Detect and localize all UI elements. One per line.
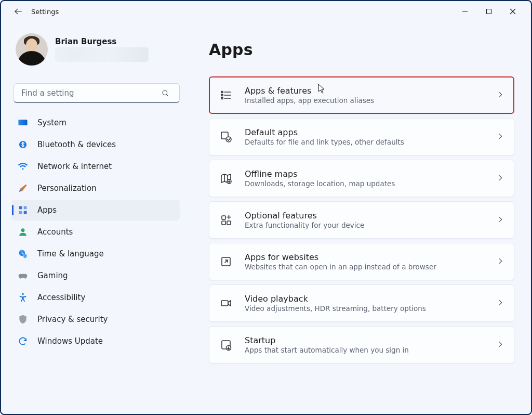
card-apps-features[interactable]: Apps & features Installed apps, app exec… — [209, 76, 514, 114]
sidebar-item-accounts[interactable]: Accounts — [11, 222, 180, 242]
sidebar-item-windows-update[interactable]: Windows Update — [11, 331, 180, 352]
card-default-apps[interactable]: Default apps Defaults for file and link … — [209, 118, 514, 155]
bluetooth-icon — [18, 139, 28, 150]
person-icon — [18, 227, 28, 237]
svg-rect-22 — [221, 98, 223, 99]
list-icon — [220, 89, 232, 101]
sidebar-item-label: Accessibility — [37, 293, 85, 302]
sidebar-item-label: Windows Update — [37, 336, 103, 346]
svg-point-25 — [226, 137, 231, 142]
chevron-right-icon — [496, 257, 506, 266]
gamepad-icon — [18, 270, 28, 281]
card-title: Startup — [245, 335, 484, 345]
profile-name: Brian Burgess — [55, 37, 149, 46]
sidebar-item-privacy[interactable]: Privacy & security — [11, 309, 180, 330]
shield-icon — [18, 314, 28, 325]
card-apps-websites[interactable]: Apps for websites Websites that can open… — [209, 243, 514, 280]
svg-point-17 — [22, 293, 24, 295]
sidebar-item-label: Personalization — [37, 184, 97, 193]
card-startup[interactable]: Startup Apps that start automatically wh… — [209, 326, 514, 364]
svg-rect-33 — [221, 301, 228, 306]
sidebar-item-label: Privacy & security — [37, 315, 108, 324]
search-input[interactable] — [14, 83, 180, 103]
sidebar-item-label: Time & language — [37, 249, 104, 258]
card-title: Apps for websites — [245, 252, 484, 262]
nav-list: System Bluetooth & devices Network & int… — [11, 112, 183, 352]
sidebar: Brian Burgess System — [1, 22, 188, 415]
main-panel: Apps Apps & features Installed apps, app… — [188, 22, 531, 415]
card-offline-maps[interactable]: Offline maps Downloads, storage location… — [209, 160, 514, 197]
sidebar-item-bluetooth[interactable]: Bluetooth & devices — [11, 134, 180, 155]
card-subtitle: Installed apps, app execution aliases — [245, 96, 484, 105]
chevron-right-icon — [496, 215, 506, 225]
card-video-playback[interactable]: Video playback Video adjustments, HDR st… — [209, 284, 514, 322]
sidebar-item-label: Network & internet — [37, 162, 112, 171]
accessibility-icon — [18, 292, 28, 303]
optional-features-icon — [220, 214, 232, 226]
svg-rect-13 — [24, 211, 27, 214]
maximize-button[interactable] — [477, 3, 501, 20]
chevron-right-icon — [496, 174, 506, 183]
svg-line-6 — [167, 95, 168, 96]
svg-rect-12 — [19, 211, 22, 214]
card-subtitle: Video adjustments, HDR streaming, batter… — [245, 304, 484, 313]
apps-grid-icon — [18, 205, 28, 215]
page-title: Apps — [209, 41, 516, 59]
sidebar-item-label: Accounts — [37, 227, 73, 237]
search-icon — [161, 89, 169, 97]
profile-section[interactable]: Brian Burgess — [11, 31, 183, 75]
card-title: Video playback — [245, 294, 484, 304]
card-title: Offline maps — [245, 169, 484, 179]
video-icon — [220, 297, 232, 309]
svg-rect-27 — [222, 216, 225, 219]
sidebar-item-gaming[interactable]: Gaming — [11, 265, 180, 286]
svg-rect-20 — [221, 95, 223, 96]
open-external-icon — [220, 255, 232, 268]
svg-rect-8 — [19, 120, 28, 125]
card-title: Optional features — [245, 211, 484, 221]
svg-point-5 — [163, 90, 167, 95]
sidebar-item-time-language[interactable]: Time & language — [11, 243, 180, 264]
card-subtitle: Apps that start automatically when you s… — [245, 346, 484, 354]
wifi-icon — [18, 161, 28, 172]
back-button[interactable] — [14, 7, 23, 16]
sidebar-item-label: Gaming — [37, 271, 68, 280]
map-icon — [220, 172, 232, 185]
sidebar-item-apps[interactable]: Apps — [11, 200, 180, 221]
svg-rect-28 — [222, 221, 225, 225]
startup-icon — [220, 339, 232, 351]
default-apps-icon — [220, 131, 232, 143]
svg-point-14 — [21, 228, 25, 232]
sidebar-item-personalization[interactable]: Personalization — [11, 178, 180, 199]
profile-email-blurred — [55, 47, 149, 62]
monitor-icon — [18, 118, 28, 128]
sidebar-item-network[interactable]: Network & internet — [11, 156, 180, 177]
close-button[interactable] — [501, 3, 525, 20]
card-title: Default apps — [245, 127, 484, 137]
avatar — [16, 33, 48, 66]
sidebar-item-label: Apps — [37, 205, 57, 215]
sidebar-item-label: Bluetooth & devices — [37, 140, 116, 149]
card-subtitle: Extra functionality for your device — [245, 221, 484, 229]
card-optional-features[interactable]: Optional features Extra functionality fo… — [209, 201, 514, 239]
sidebar-item-label: System — [37, 118, 66, 127]
card-subtitle: Downloads, storage location, map updates — [245, 179, 484, 188]
svg-rect-10 — [19, 206, 22, 210]
svg-rect-2 — [487, 9, 491, 14]
titlebar: Settings — [1, 1, 531, 22]
sidebar-item-accessibility[interactable]: Accessibility — [11, 287, 180, 308]
chevron-right-icon — [496, 340, 506, 349]
minimize-button[interactable] — [453, 3, 477, 20]
profile-text: Brian Burgess — [55, 37, 149, 62]
chevron-right-icon — [496, 90, 506, 100]
sidebar-item-system[interactable]: System — [11, 112, 180, 133]
clock-globe-icon — [18, 249, 28, 259]
window-title: Settings — [31, 8, 59, 16]
chevron-right-icon — [496, 299, 506, 308]
card-subtitle: Defaults for file and link types, other … — [245, 138, 484, 146]
svg-rect-11 — [24, 206, 27, 210]
card-title: Apps & features — [245, 86, 484, 96]
card-subtitle: Websites that can open in an app instead… — [245, 263, 484, 271]
update-icon — [18, 336, 28, 346]
svg-rect-29 — [227, 221, 231, 225]
